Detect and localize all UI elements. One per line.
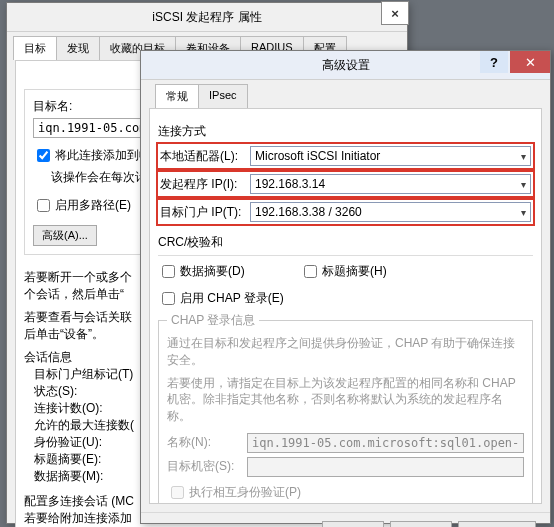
initiator-ip-select[interactable]: 192.168.3.14▾ [250, 174, 531, 194]
add-favorite-checkbox[interactable] [37, 149, 50, 162]
multipath-checkbox[interactable] [37, 199, 50, 212]
tab-ipsec[interactable]: IPsec [198, 84, 248, 108]
dialog-tabs: 常规 IPsec [141, 80, 550, 108]
chap-secret-input [247, 457, 524, 477]
dialog-titlebar: 高级设置 ? ✕ [141, 51, 550, 80]
tab-discover[interactable]: 发现 [56, 36, 100, 60]
cancel-button[interactable]: 取消 [390, 521, 452, 527]
target-ip-label: 目标门户 IP(T): [160, 204, 250, 221]
multipath-label: 启用多路径(E) [55, 197, 131, 214]
data-digest-checkbox[interactable] [162, 265, 175, 278]
initiator-ip-label: 发起程序 IP(I): [160, 176, 250, 193]
header-digest-checkbox[interactable] [304, 265, 317, 278]
enable-chap-checkbox[interactable] [162, 292, 175, 305]
chap-note: 通过在目标和发起程序之间提供身份验证，CHAP 有助于确保连接安全。 [167, 335, 524, 369]
target-ip-select[interactable]: 192.168.3.38 / 3260▾ [250, 202, 531, 222]
chap-group-label: CHAP 登录信息 [167, 312, 259, 329]
tab-target[interactable]: 目标 [13, 36, 57, 60]
conn-method-label: 连接方式 [158, 123, 533, 140]
apply-button[interactable]: 应用(A) [458, 521, 536, 527]
help-icon[interactable]: ? [480, 51, 508, 73]
mutual-auth-checkbox [171, 486, 184, 499]
enable-chap-label: 启用 CHAP 登录(E) [180, 290, 284, 307]
target-name-input[interactable] [33, 118, 153, 138]
chap-secret-label: 目标机密(S): [167, 458, 247, 475]
data-digest-label: 数据摘要(D) [180, 263, 300, 280]
dialog-title: 高级设置 [322, 57, 370, 74]
chap-name-label: 名称(N): [167, 434, 247, 451]
chap-name-input [247, 433, 524, 453]
close-icon[interactable]: ✕ [510, 51, 550, 73]
ok-button[interactable]: 确定 [322, 521, 384, 527]
close-icon[interactable]: × [381, 1, 409, 25]
mutual-auth-label: 执行相互身份验证(P) [189, 484, 301, 501]
chevron-down-icon: ▾ [521, 207, 526, 218]
adapter-select[interactable]: Microsoft iSCSI Initiator▾ [250, 146, 531, 166]
initiator-ip-value: 192.168.3.14 [255, 177, 325, 191]
parent-title: iSCSI 发起程序 属性 [152, 9, 261, 26]
parent-titlebar: iSCSI 发起程序 属性 × [7, 3, 407, 32]
target-ip-value: 192.168.3.38 / 3260 [255, 205, 362, 219]
tab-general[interactable]: 常规 [155, 84, 199, 108]
header-digest-label: 标题摘要(H) [322, 263, 387, 280]
adapter-value: Microsoft iSCSI Initiator [255, 149, 380, 163]
chevron-down-icon: ▾ [521, 179, 526, 190]
chevron-down-icon: ▾ [521, 151, 526, 162]
adapter-label: 本地适配器(L): [160, 148, 250, 165]
crc-title: CRC/校验和 [158, 234, 533, 251]
advanced-button[interactable]: 高级(A)... [33, 225, 97, 246]
chap-note2: 若要使用，请指定在目标上为该发起程序配置的相同名称和 CHAP 机密。除非指定其… [167, 375, 524, 425]
